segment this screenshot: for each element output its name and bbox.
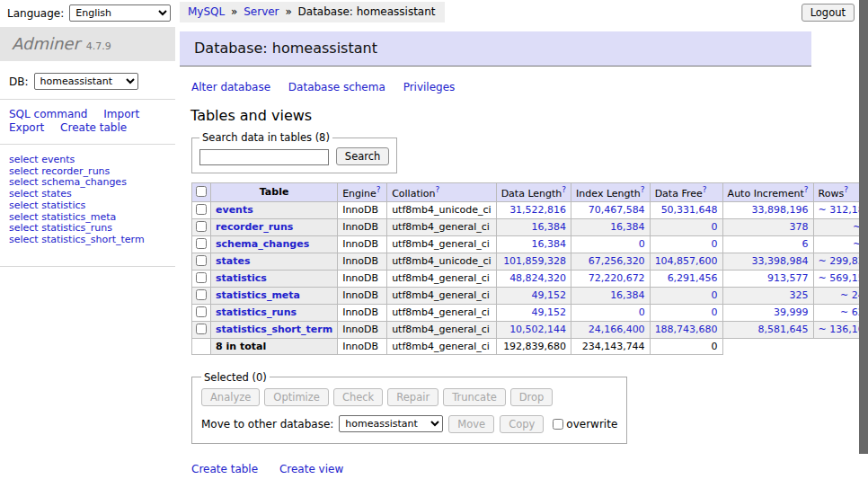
table-name-link[interactable]: events	[216, 204, 253, 216]
table-name-link[interactable]: statistics_short_term	[216, 324, 332, 335]
breadcrumb-server-link[interactable]: Server	[244, 5, 279, 18]
optimize-button[interactable]: Optimize	[264, 388, 329, 406]
row-checkbox[interactable]	[196, 272, 207, 283]
help-icon[interactable]: ?	[376, 185, 381, 194]
engine-cell: InnoDB	[338, 287, 387, 304]
alter-database-link[interactable]: Alter database	[191, 81, 270, 93]
collation-cell: utf8mb4_general_ci	[387, 270, 496, 287]
overwrite-wrap: overwrite	[553, 418, 617, 430]
repair-button[interactable]: Repair	[387, 388, 438, 406]
row-checkbox[interactable]	[196, 204, 207, 215]
analyze-button[interactable]: Analyze	[201, 388, 260, 406]
collation-cell: utf8mb4_general_ci	[387, 321, 496, 338]
select-all-checkbox[interactable]	[196, 186, 207, 197]
language-select[interactable]: English	[69, 4, 171, 22]
table-name-link[interactable]: states	[216, 255, 251, 267]
help-icon[interactable]: ?	[804, 185, 809, 194]
table-name-link[interactable]: recorder_runs	[216, 221, 293, 233]
data-free-cell: 0	[650, 287, 722, 304]
data-length-cell: 49,152	[496, 304, 571, 321]
sidebar-select-link[interactable]: select statistics_short_term	[9, 235, 175, 246]
breadcrumb-current: Database: homeassistant	[298, 5, 436, 18]
import-link[interactable]: Import	[103, 108, 139, 120]
data-length-cell: 31,522,816	[496, 201, 571, 218]
data-free-cell: 50,331,648	[650, 201, 722, 218]
row-checkbox-cell	[192, 287, 211, 304]
table-name-cell: events	[211, 201, 338, 218]
data-free-cell: 6,291,456	[650, 270, 722, 287]
table-name-link[interactable]: statistics	[216, 272, 267, 284]
sidebar-select-link[interactable]: select statistics	[9, 200, 175, 212]
move-database-select[interactable]: homeassistant	[339, 415, 443, 432]
drop-button[interactable]: Drop	[510, 388, 554, 406]
help-icon[interactable]: ?	[844, 185, 848, 194]
database-action-links: Alter database Database schema Privilege…	[180, 81, 859, 93]
sidebar: Adminer 4.7.9 DB: homeassistant SQL comm…	[0, 27, 175, 267]
collation-cell: utf8mb4_general_ci	[387, 218, 496, 235]
overwrite-checkbox[interactable]	[553, 419, 563, 430]
sidebar-select-link[interactable]: select events	[9, 155, 175, 166]
row-checkbox-cell	[192, 201, 211, 218]
move-button[interactable]: Move	[448, 415, 494, 433]
column-header-label: Table	[260, 186, 289, 198]
export-link[interactable]: Export	[9, 121, 44, 134]
scrollbar-thumb[interactable]	[859, 0, 868, 454]
row-checkbox[interactable]	[196, 324, 207, 334]
table-row: statesInnoDButf8mb4_unicode_ci101,859,32…	[192, 253, 868, 270]
create-table-link-sidebar[interactable]: Create table	[60, 121, 127, 134]
index-length-cell: 72,220,672	[571, 270, 651, 287]
collation-cell: utf8mb4_unicode_ci	[387, 201, 496, 218]
check-button[interactable]: Check	[333, 388, 383, 406]
row-checkbox[interactable]	[196, 255, 207, 266]
total-empty-cell	[192, 338, 211, 354]
column-header-label: Data Length	[501, 188, 562, 200]
selected-buttons: AnalyzeOptimizeCheckRepairTruncateDrop	[201, 388, 617, 406]
sql-command-link[interactable]: SQL command	[9, 108, 87, 120]
data-length-cell: 16,384	[496, 235, 571, 253]
db-select[interactable]: homeassistant	[34, 73, 138, 90]
table-name-cell: statistics_meta	[211, 287, 338, 304]
create-view-link[interactable]: Create view	[279, 463, 343, 475]
total-label: 8 in total	[211, 338, 338, 354]
overwrite-label: overwrite	[566, 418, 617, 430]
table-name-link[interactable]: statistics_meta	[216, 289, 300, 301]
scrollbar[interactable]	[859, 0, 868, 488]
data-length-cell: 10,502,144	[496, 321, 571, 338]
total-engine: InnoDB	[338, 338, 387, 354]
column-header-label: Auto Increment	[728, 188, 804, 200]
row-checkbox-cell	[192, 218, 211, 235]
selected-legend: Selected (0)	[201, 371, 270, 384]
help-icon[interactable]: ?	[641, 185, 645, 194]
truncate-button[interactable]: Truncate	[443, 388, 506, 406]
row-checkbox-cell	[192, 253, 211, 270]
breadcrumb-mysql-link[interactable]: MySQL	[188, 5, 225, 18]
page-title: Database: homeassistant	[180, 31, 811, 67]
table-row: eventsInnoDButf8mb4_unicode_ci31,522,816…	[192, 201, 868, 218]
tables-body: eventsInnoDButf8mb4_unicode_ci31,522,816…	[192, 201, 868, 338]
language-label: Language:	[7, 7, 64, 20]
table-row: statistics_short_termInnoDButf8mb4_gener…	[192, 321, 868, 338]
table-name-cell: recorder_runs	[211, 218, 338, 235]
help-icon[interactable]: ?	[435, 185, 439, 194]
help-icon[interactable]: ?	[562, 185, 566, 194]
search-input[interactable]	[199, 149, 329, 165]
create-table-link[interactable]: Create table	[191, 463, 258, 475]
auto-increment-cell: 33,398,984	[722, 253, 813, 270]
copy-button[interactable]: Copy	[500, 415, 544, 433]
row-checkbox[interactable]	[196, 238, 207, 249]
search-button[interactable]: Search	[336, 147, 390, 165]
db-label: DB:	[9, 75, 29, 88]
table-name-cell: statistics_short_term	[211, 321, 338, 338]
sidebar-select-link[interactable]: select states	[9, 189, 175, 200]
engine-cell: InnoDB	[338, 304, 387, 321]
help-icon[interactable]: ?	[703, 185, 707, 194]
privileges-link[interactable]: Privileges	[403, 81, 456, 93]
row-checkbox[interactable]	[196, 289, 207, 300]
table-name-link[interactable]: statistics_runs	[216, 306, 297, 318]
row-checkbox[interactable]	[196, 221, 207, 232]
move-label: Move to other database:	[201, 418, 333, 430]
table-name-link[interactable]: schema_changes	[216, 238, 309, 250]
adminer-logo: Adminer 4.7.9	[0, 27, 175, 61]
row-checkbox[interactable]	[196, 306, 207, 317]
database-schema-link[interactable]: Database schema	[288, 81, 385, 93]
